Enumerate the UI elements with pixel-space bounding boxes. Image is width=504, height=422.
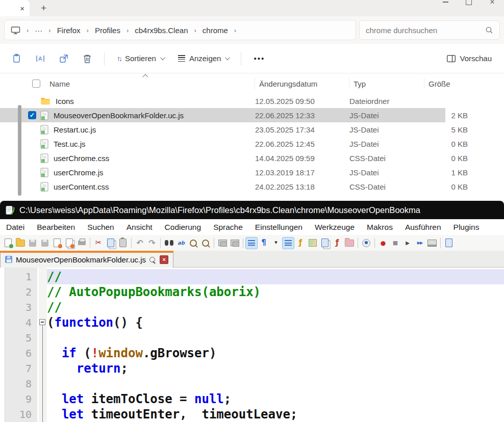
- paste-button[interactable]: [5, 49, 29, 68]
- address-bar[interactable]: ›···›Firefox›Profiles›cb4rx9bs.Clean›chr…: [4, 20, 356, 40]
- undo-button[interactable]: ↶: [134, 237, 146, 249]
- sync-horizontal-button[interactable]: [229, 237, 241, 249]
- document-map-button[interactable]: [307, 237, 319, 249]
- menu-item-ausführen[interactable]: Ausführen: [399, 223, 447, 232]
- code-line[interactable]: let timeoutEnter, timeoutLeave;: [47, 407, 504, 422]
- menu-item-datei[interactable]: Datei: [0, 223, 31, 232]
- replace-button[interactable]: ab: [175, 237, 187, 249]
- column-header-name[interactable]: Name: [28, 78, 255, 89]
- paste-icon: [11, 53, 22, 64]
- toolbar-divider: [374, 238, 375, 248]
- npp-tab-close-icon[interactable]: ×: [160, 255, 168, 264]
- menu-item-einstellungen[interactable]: Einstellungen: [249, 223, 309, 232]
- search-box[interactable]: chrome durchsuchen: [359, 20, 500, 40]
- breadcrumb-item[interactable]: cb4rx9bs.Clean: [135, 26, 188, 35]
- redo-button[interactable]: ↷: [146, 237, 158, 249]
- more-options-button[interactable]: •••: [246, 54, 272, 63]
- find-button[interactable]: [163, 237, 175, 249]
- breadcrumb-item[interactable]: Firefox: [57, 26, 81, 35]
- maximize-button[interactable]: [457, 0, 481, 8]
- script-monitor-button[interactable]: ƒ: [331, 237, 343, 249]
- save-button[interactable]: [27, 237, 39, 249]
- breadcrumb-item[interactable]: chrome: [203, 26, 228, 35]
- column-header-date[interactable]: Änderungsdatum: [255, 78, 349, 89]
- macro-run-multiple-button[interactable]: ▶▶: [414, 237, 426, 249]
- macro-play-button[interactable]: ▶: [401, 237, 414, 249]
- code-line[interactable]: //: [47, 269, 504, 284]
- code-line[interactable]: [47, 330, 504, 346]
- function-list-button[interactable]: ƒ: [294, 237, 307, 249]
- file-row[interactable]: Test.uc.js22.06.2025 12:45JS-Datei0 KB: [0, 137, 504, 151]
- code-line[interactable]: //: [47, 300, 504, 315]
- macro-stop-button[interactable]: ■: [389, 237, 401, 249]
- new-file-button[interactable]: [2, 237, 14, 249]
- vertical-scrollbar[interactable]: [18, 105, 21, 196]
- npp-active-tab[interactable]: MouseoverOpenBookmarkFolder.uc.js ×: [0, 251, 173, 268]
- close-button[interactable]: ×: [481, 0, 504, 8]
- view-dropdown[interactable]: Anzeigen: [171, 49, 236, 68]
- share-button[interactable]: [52, 49, 75, 68]
- delete-button[interactable]: [75, 49, 99, 68]
- file-row[interactable]: userChrome.css14.04.2025 09:59CSS-Datei0…: [0, 151, 504, 165]
- menu-item-sprache[interactable]: Sprache: [207, 223, 249, 232]
- toolbar-dropdown-button[interactable]: ▼: [270, 237, 282, 249]
- menu-item-suchen[interactable]: Suchen: [81, 223, 120, 232]
- copy-button[interactable]: [105, 237, 117, 249]
- zoom-out-button[interactable]: [199, 237, 212, 249]
- sync-vertical-button[interactable]: [216, 237, 229, 249]
- fold-collapse-icon[interactable]: [39, 319, 45, 325]
- pin-tab-icon[interactable]: [149, 257, 155, 262]
- code-line[interactable]: if (!window.gBrowser): [47, 346, 504, 361]
- menu-item-codierung[interactable]: Codierung: [159, 223, 208, 232]
- save-all-button[interactable]: [39, 237, 51, 249]
- indent-guide-button[interactable]: [282, 237, 294, 249]
- view-eye-button[interactable]: [360, 237, 372, 249]
- menu-item-plugins[interactable]: Plugins: [447, 223, 486, 232]
- cut-button[interactable]: ✂: [92, 237, 105, 249]
- show-all-characters-button[interactable]: ¶: [258, 237, 270, 249]
- code-line[interactable]: // AutoPopupBookmarks(aborix): [47, 284, 504, 300]
- sort-dropdown[interactable]: ↑↓ Sortieren: [110, 49, 171, 68]
- close-button[interactable]: [51, 237, 63, 249]
- open-file-button[interactable]: [14, 237, 27, 249]
- macro-record-button[interactable]: ●: [377, 237, 389, 249]
- tab-close-icon[interactable]: ×: [20, 5, 24, 12]
- paste-button[interactable]: [117, 237, 129, 249]
- print-button[interactable]: [75, 237, 88, 249]
- minimize-button[interactable]: [434, 0, 457, 8]
- file-date: 12.05.2025 09:50: [255, 97, 349, 106]
- breadcrumb-item[interactable]: Profiles: [95, 26, 120, 35]
- menu-item-makros[interactable]: Makros: [361, 223, 399, 232]
- file-row[interactable]: Restart.uc.js23.05.2025 17:34JS-Datei5 K…: [0, 122, 504, 137]
- macro-save-button[interactable]: [426, 237, 438, 249]
- row-checkbox[interactable]: ✓: [28, 111, 36, 119]
- menu-item-bearbeiten[interactable]: Bearbeiten: [31, 223, 81, 232]
- explorer-active-tab[interactable]: ×: [0, 0, 30, 16]
- code-line[interactable]: (function() {: [47, 315, 504, 330]
- file-row[interactable]: ✓MouseoverOpenBookmarkFolder.uc.js22.06.…: [0, 108, 445, 122]
- menu-item-ansicht[interactable]: Ansicht: [120, 223, 159, 232]
- code-line[interactable]: return;: [47, 361, 504, 376]
- code-line[interactable]: [47, 376, 504, 391]
- file-row[interactable]: userContent.css24.02.2025 13:18CSS-Datei…: [0, 179, 504, 194]
- select-all-checkbox[interactable]: [32, 80, 40, 88]
- code-editor[interactable]: 12345678910 //// AutoPopupBookmarks(abor…: [0, 268, 504, 422]
- edge-partial-button[interactable]: [443, 237, 455, 249]
- file-row[interactable]: userChrome.js12.03.2019 18:17JS-Datei1 K…: [0, 165, 504, 179]
- word-wrap-button[interactable]: [245, 237, 258, 249]
- preview-toggle[interactable]: Vorschau: [440, 54, 499, 63]
- zoom-in-button[interactable]: [187, 237, 199, 249]
- new-tab-button[interactable]: +: [41, 3, 46, 14]
- this-pc-icon[interactable]: [11, 26, 20, 35]
- column-header-type[interactable]: Typ: [349, 78, 424, 89]
- document-list-button[interactable]: [319, 237, 331, 249]
- close-all-button[interactable]: [63, 237, 75, 249]
- breadcrumb-overflow[interactable]: ···: [35, 26, 42, 35]
- column-header-size[interactable]: Größe: [424, 78, 468, 89]
- menu-item-werkzeuge[interactable]: Werkzeuge: [309, 223, 361, 232]
- file-row[interactable]: Icons12.05.2025 09:50Dateiordner: [0, 94, 504, 108]
- folder-as-workspace-button[interactable]: [343, 237, 356, 249]
- code-line[interactable]: let itemToClose = null;: [47, 391, 504, 407]
- rename-button[interactable]: A: [29, 49, 52, 68]
- line-number: 10: [5, 407, 37, 422]
